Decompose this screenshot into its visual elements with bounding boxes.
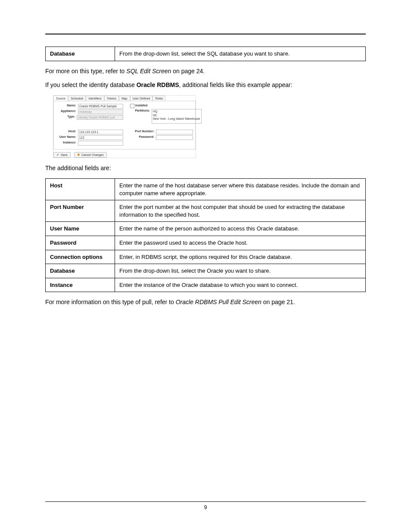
table-row: InstanceEnter the instance of the Oracle… <box>46 278 366 292</box>
field-name: Connection options <box>46 250 115 264</box>
field-desc: Enter, in RDBMS script, the options requ… <box>115 250 366 264</box>
field-desc: From the drop-down list, select the SQL … <box>115 47 366 61</box>
paragraph-sql-ref: For more on this type, refer to SQL Edit… <box>45 67 366 75</box>
label-installed: Installed <box>135 104 147 108</box>
label-instance: Instance: <box>56 141 78 146</box>
type-select[interactable]: Identity Oracle RDBMS pull <box>77 115 123 120</box>
cancel-icon: ✖ <box>77 153 80 157</box>
label-type: Type: <box>56 115 77 120</box>
installed-checkbox[interactable] <box>130 104 134 108</box>
table-row: HostEnter the name of the host database … <box>46 179 366 200</box>
table-row: PasswordEnter the password used to acces… <box>46 236 366 250</box>
port-input[interactable] <box>156 130 193 134</box>
field-name: User Name <box>46 222 115 236</box>
instance-input[interactable] <box>78 141 123 146</box>
table-row: Database From the drop-down list, select… <box>46 47 366 61</box>
additional-fields-table: HostEnter the name of the host database … <box>45 178 366 292</box>
cancel-button[interactable]: ✖Cancel Changes <box>74 152 107 158</box>
label-user: User Name: <box>56 135 78 140</box>
field-name: Database <box>46 47 115 61</box>
oracle-source-screenshot: Source Schedule Identifiers Tokens Map U… <box>53 95 196 158</box>
host-input[interactable]: 134.123.123.1 <box>78 130 123 134</box>
header-rule <box>45 34 366 34</box>
label-partitions: Partitions: <box>130 109 152 124</box>
paragraph-oracle-ref: For more information on this type of pul… <box>45 298 366 306</box>
tab-map[interactable]: Map <box>119 96 130 101</box>
partitions-list[interactable]: HQ NC New York - Long Island Warehouse <box>152 109 202 124</box>
tab-user-defined[interactable]: User Defined <box>130 96 153 101</box>
field-desc: Enter the port number at the host comput… <box>115 200 366 222</box>
field-desc: Enter the instance of the Oracle databas… <box>115 278 366 292</box>
table-row: DatabaseFrom the drop-down list, select … <box>46 264 366 278</box>
page-number: 9 <box>204 504 207 510</box>
field-name: Instance <box>46 278 115 292</box>
check-icon: ✔ <box>56 153 59 157</box>
label-port: Port Number: <box>130 130 156 134</box>
save-button[interactable]: ✔Save <box>53 152 71 158</box>
field-name: Host <box>46 179 115 200</box>
name-input[interactable]: Oracle RDBMS Pull Sample <box>78 104 123 109</box>
username-input[interactable]: 123 <box>78 135 123 140</box>
label-password: Password: <box>130 135 156 140</box>
table-row: Port NumberEnter the port number at the … <box>46 200 366 222</box>
paragraph-oracle-intro: If you select the identity database Orac… <box>45 81 366 89</box>
list-item[interactable]: NC <box>153 114 200 117</box>
tab-source[interactable]: Source <box>53 96 68 101</box>
tab-roles[interactable]: Roles <box>153 96 165 101</box>
tab-schedule[interactable]: Schedule <box>68 96 86 101</box>
password-input[interactable] <box>156 135 193 140</box>
field-name: Port Number <box>46 200 115 222</box>
field-desc: From the drop-down list, select the Orac… <box>115 264 366 278</box>
field-name: Password <box>46 236 115 250</box>
paragraph-additional-fields: The additional fields are: <box>45 164 366 172</box>
field-name: Database <box>46 264 115 278</box>
label-name: Name: <box>56 104 78 109</box>
field-desc: Enter the name of the host database serv… <box>115 179 366 200</box>
tab-strip: Source Schedule Identifiers Tokens Map U… <box>53 96 196 101</box>
table-row: Connection optionsEnter, in RDBMS script… <box>46 250 366 264</box>
label-host: Host: <box>56 130 78 134</box>
table-row: User NameEnter the name of the person au… <box>46 222 366 236</box>
list-item[interactable]: HQ <box>153 110 200 113</box>
page-footer: 9 <box>45 501 366 510</box>
label-appliance: Appliance: <box>56 109 78 114</box>
field-desc: Enter the name of the person authorized … <box>115 222 366 236</box>
field-desc: Enter the password used to access the Or… <box>115 236 366 250</box>
tab-tokens[interactable]: Tokens <box>104 96 119 101</box>
tab-identifiers[interactable]: Identifiers <box>86 96 104 101</box>
appliance-input: mckinsey <box>78 109 123 114</box>
top-definition-table: Database From the drop-down list, select… <box>45 47 366 61</box>
list-item[interactable]: New York - Long Island Warehouse <box>153 117 200 121</box>
